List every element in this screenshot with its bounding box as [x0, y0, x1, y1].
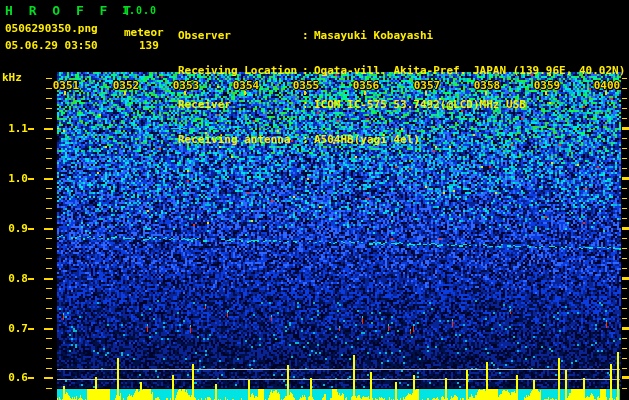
observation-datetime: 05.06.29 03:50 — [5, 39, 98, 52]
receiver-value: ICOM IC-575 53.7492(@LCD)MHz USB — [314, 99, 526, 111]
time-tick-label: 0353 — [172, 79, 200, 92]
antenna-value: A504HB(yagi 4el) — [314, 134, 420, 146]
field-label: Receiving antenna — [178, 134, 302, 146]
freq-tick-label: 0.9 — [4, 222, 28, 235]
station-info-row: Receiving Location:Ogata-vill. Akita-Pre… — [178, 65, 625, 77]
echo-count: 139 — [139, 39, 159, 52]
station-info-row: Receiving antenna:A504HB(yagi 4el) — [178, 134, 625, 146]
hrofft-screen: H R O F F T 1.0.0 0506290350.png meteor … — [0, 0, 629, 400]
freq-tick-label: 0.6 — [4, 371, 28, 384]
freq-tick-label: 0.7 — [4, 322, 28, 335]
time-tick-label: 0352 — [112, 79, 140, 92]
time-tick-label: 0359 — [533, 79, 561, 92]
observer-value: Masayuki Kobayashi — [314, 30, 433, 42]
field-colon: : — [302, 30, 314, 42]
field-colon: : — [302, 65, 314, 77]
time-tick-label: 0355 — [292, 79, 320, 92]
output-filename: 0506290350.png — [5, 22, 98, 35]
app-title: H R O F F T — [5, 3, 135, 18]
field-label: Observer — [178, 30, 302, 42]
station-info-row: Receiver:ICOM IC-575 53.7492(@LCD)MHz US… — [178, 99, 625, 111]
time-tick-label: 0357 — [413, 79, 441, 92]
field-label: Receiving Location — [178, 65, 302, 77]
time-tick-label: 0356 — [352, 79, 380, 92]
y-axis-unit-label: kHz — [2, 71, 22, 84]
station-info-row: Observer:Masayuki Kobayashi — [178, 30, 625, 42]
freq-tick-label: 1.0 — [4, 172, 28, 185]
field-label: Receiver — [178, 99, 302, 111]
time-tick-label: 0400 — [593, 79, 621, 92]
freq-tick-label: 0.8 — [4, 272, 28, 285]
location-value: Ogata-vill. Akita-Pref. JAPAN (139.96E, … — [314, 65, 625, 77]
freq-tick-label: 1.1 — [4, 122, 28, 135]
app-version: 1.0.0 — [122, 5, 157, 16]
time-tick-label: 0354 — [232, 79, 260, 92]
mode-label: meteor — [124, 26, 164, 39]
time-tick-label: 0351 — [52, 79, 80, 92]
field-colon: : — [302, 134, 314, 146]
time-tick-label: 0358 — [473, 79, 501, 92]
field-colon: : — [302, 99, 314, 111]
